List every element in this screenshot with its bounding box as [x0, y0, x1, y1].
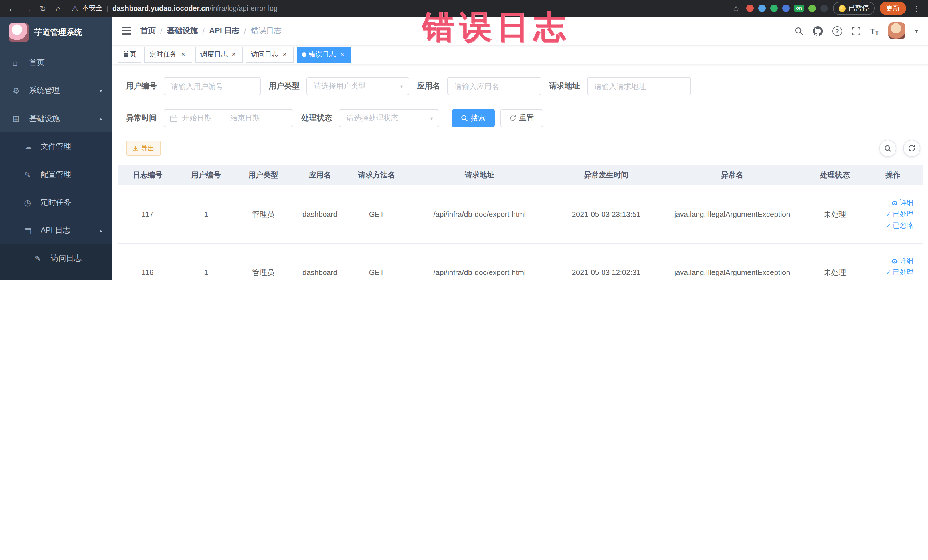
process-status-select[interactable]: 请选择处理状态 ▾: [339, 109, 439, 127]
mark-ignored-action[interactable]: ✓已忽略: [866, 220, 913, 231]
help-icon[interactable]: ?: [832, 26, 842, 36]
sidebar-item[interactable]: ✎错误日志: [0, 272, 112, 280]
home-icon[interactable]: ⌂: [53, 4, 63, 13]
screen: ← → ↻ ⌂ ⚠ 不安全 | dashboard.yudao.iocoder.…: [0, 0, 928, 280]
tags-view-tab[interactable]: 调度日志×: [195, 46, 243, 63]
app-name-input[interactable]: [447, 77, 541, 95]
export-button[interactable]: 导出: [126, 141, 161, 156]
extension-icon[interactable]: [746, 5, 754, 12]
user-avatar[interactable]: [888, 22, 905, 40]
table-toolbar: 导出: [118, 140, 923, 157]
forward-icon[interactable]: →: [22, 4, 32, 13]
search-icon[interactable]: [795, 26, 803, 35]
paused-badge[interactable]: 已暂停: [833, 2, 875, 15]
detail-action[interactable]: 详细: [866, 255, 913, 267]
table-row: 1171管理员dashboardGET/api/infra/db-doc/exp…: [118, 185, 923, 243]
search-button[interactable]: 搜索: [452, 109, 495, 127]
filter-user-type: 用户类型 请选择用户类型 ▾: [269, 77, 409, 95]
breadcrumb-separator: /: [244, 26, 246, 35]
action-label: 已处理: [893, 209, 913, 219]
request-url-input[interactable]: [587, 77, 691, 95]
bookmark-star-icon[interactable]: ☆: [731, 4, 741, 13]
reset-button[interactable]: 重置: [501, 109, 543, 127]
column-header: 用户类型: [235, 165, 292, 185]
tab-label: 调度日志: [200, 50, 227, 60]
breadcrumb-separator: /: [160, 26, 163, 35]
user-type-select[interactable]: 请选择用户类型 ▾: [307, 77, 409, 95]
close-icon[interactable]: ×: [281, 50, 289, 58]
navbar-actions: ? TT ▾: [795, 22, 918, 40]
extension-icon[interactable]: on: [794, 5, 804, 12]
extension-icon[interactable]: [770, 5, 778, 12]
filter-exception-time: 异常时间 开始日期 - 结束日期: [126, 109, 293, 127]
filter-process-status: 处理状态 请选择处理状态 ▾: [301, 109, 439, 127]
sidebar-toggle-icon[interactable]: [122, 27, 131, 35]
menu-accesslog-icon: ✎: [34, 253, 47, 263]
sidebar-item[interactable]: ⊞基础设施▴: [0, 104, 112, 132]
font-size-icon[interactable]: TT: [870, 26, 879, 36]
user-id-input[interactable]: [164, 77, 261, 95]
paused-label: 已暂停: [849, 3, 869, 13]
tags-view-tab[interactable]: 访问日志×: [246, 46, 294, 63]
close-icon[interactable]: ×: [230, 50, 238, 58]
tags-view-tab[interactable]: 定时任务×: [144, 46, 192, 63]
table-row: 1161管理员dashboardGET/api/infra/db-doc/exp…: [118, 243, 923, 280]
exception-time-range-picker[interactable]: 开始日期 - 结束日期: [164, 109, 293, 127]
chevron-down-icon: ▾: [99, 88, 102, 93]
sidebar-item[interactable]: ⌂首页: [0, 49, 112, 76]
fullscreen-icon[interactable]: [852, 26, 860, 35]
user-type-placeholder: 请选择用户类型: [314, 81, 397, 91]
github-icon[interactable]: [813, 26, 823, 36]
sidebar-item[interactable]: ◷定时任务: [0, 188, 112, 216]
breadcrumb-item[interactable]: 首页: [140, 26, 156, 36]
cell-time: 2021-05-03 23:13:51: [554, 185, 658, 243]
sidebar-item-label: 访问日志: [51, 253, 82, 263]
search-toggle-button[interactable]: [879, 140, 896, 157]
reload-icon[interactable]: ↻: [38, 4, 48, 13]
detail-action[interactable]: 详细: [866, 197, 913, 209]
refresh-icon: [510, 115, 516, 122]
extension-icon[interactable]: [758, 5, 766, 12]
filter-user-id: 用户编号: [126, 77, 261, 95]
sidebar-item[interactable]: ▤API 日志▴: [0, 216, 112, 244]
sidebar-item[interactable]: ⚙系统管理▾: [0, 76, 112, 104]
action-label: 已忽略: [893, 279, 913, 280]
extension-icon[interactable]: [782, 5, 790, 12]
logo[interactable]: 芋道管理系统: [0, 17, 112, 49]
action-label: 详细: [900, 198, 913, 208]
user-menu-caret-icon[interactable]: ▾: [915, 27, 918, 34]
reset-button-label: 重置: [519, 113, 534, 123]
close-icon[interactable]: ×: [338, 50, 346, 58]
update-button[interactable]: 更新: [880, 2, 906, 15]
sidebar-item[interactable]: ✎配置管理: [0, 160, 112, 188]
extension-icon[interactable]: [820, 5, 828, 12]
extension-icon[interactable]: [809, 5, 816, 12]
refresh-button[interactable]: [903, 140, 920, 157]
filter-label-app-name: 应用名: [417, 81, 440, 91]
tags-view-tab[interactable]: 错误日志×: [297, 46, 351, 63]
tags-view-tab[interactable]: 首页: [118, 46, 142, 63]
sidebar-item-label: 首页: [29, 57, 44, 68]
filter-label-user-id: 用户编号: [126, 81, 157, 91]
column-header: 日志编号: [118, 165, 177, 185]
sidebar-item[interactable]: ✎访问日志: [0, 244, 112, 272]
mark-processed-action[interactable]: ✓已处理: [866, 209, 913, 220]
breadcrumb-item[interactable]: 基础设施: [167, 26, 198, 36]
chevron-down-icon: ▾: [430, 115, 433, 121]
column-header: 处理状态: [806, 165, 864, 185]
mark-processed-action[interactable]: ✓已处理: [866, 267, 913, 278]
breadcrumb-separator: /: [203, 26, 205, 35]
logo-image: [9, 23, 29, 42]
menu-job-icon: ◷: [24, 198, 37, 207]
breadcrumb-item: 错误日志: [251, 26, 282, 36]
breadcrumb-item[interactable]: API 日志: [209, 26, 240, 36]
extensions-row: on: [746, 5, 828, 12]
back-icon[interactable]: ←: [7, 4, 17, 13]
sidebar-item[interactable]: ☁文件管理: [0, 132, 112, 160]
address-bar[interactable]: ⚠ 不安全 | dashboard.yudao.iocoder.cn/infra…: [72, 3, 278, 13]
close-icon[interactable]: ×: [179, 50, 187, 58]
sidebar-item-label: API 日志: [41, 225, 70, 235]
annotation-overlay-text: 错误日志: [422, 6, 571, 49]
browser-menu-icon[interactable]: ⋮: [911, 4, 922, 13]
mark-ignored-action[interactable]: ✓已忽略: [866, 278, 913, 280]
